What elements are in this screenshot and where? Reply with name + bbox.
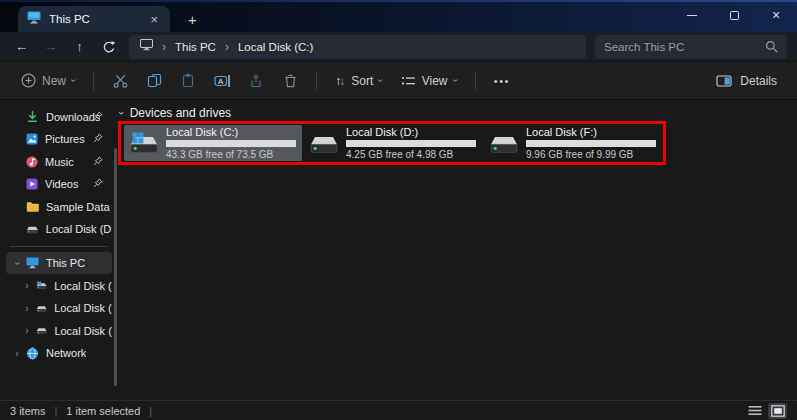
view-button[interactable]: View › [392, 67, 466, 95]
address-bar: ← → ↑ › This PC › Local Disk (C:) [0, 32, 797, 62]
sidebar-item-pictures[interactable]: Pictures [6, 128, 112, 150]
copy-icon [147, 73, 162, 88]
delete-button[interactable] [273, 67, 307, 95]
refresh-button[interactable] [95, 35, 122, 59]
details-pane-button[interactable]: Details [708, 67, 785, 95]
breadcrumb-local-disk-c[interactable]: Local Disk (C:) [238, 41, 313, 53]
share-icon [249, 74, 263, 88]
music-icon [26, 156, 38, 168]
maximize-button[interactable] [713, 0, 755, 30]
capacity-bar [166, 140, 296, 147]
drive-tile-local-disk-f[interactable]: Local Disk (F:) 9.96 GB free of 9.99 GB [484, 125, 662, 161]
sidebar-item-videos[interactable]: Videos [6, 173, 112, 195]
system-drive-icon [36, 280, 47, 291]
copy-button[interactable] [137, 67, 171, 95]
trash-icon [284, 74, 297, 88]
rename-button[interactable]: A [205, 67, 239, 95]
drive-capacity-text: 9.96 GB free of 9.99 GB [526, 149, 657, 160]
sidebar-item-this-pc[interactable]: › This PC [6, 252, 112, 274]
status-separator: | [149, 405, 152, 417]
minimize-button[interactable] [671, 0, 713, 30]
refresh-icon [102, 40, 116, 54]
sidebar-item-sample-data[interactable]: Sample Data [6, 196, 112, 218]
back-button[interactable]: ← [8, 35, 35, 59]
folder-view: › Devices and drives Local Disk (C:) 43.… [118, 100, 797, 400]
explorer-tab[interactable]: This PC × [18, 6, 170, 32]
file-explorer-window: This PC × + × ← → ↑ › This PC › Local Di… [0, 0, 797, 420]
drive-tile-local-disk-d[interactable]: Local Disk (D:) 4.25 GB free of 4.98 GB [304, 125, 482, 161]
pin-icon [93, 111, 103, 123]
chevron-right-icon[interactable]: › [12, 348, 22, 359]
share-button[interactable] [239, 67, 273, 95]
sidebar-item-label: Local Disk (F:) [54, 325, 112, 337]
chevron-right-icon[interactable]: › [22, 280, 32, 291]
drive-icon [489, 132, 519, 155]
status-separator: | [54, 405, 57, 417]
videos-icon [26, 178, 38, 190]
large-icons-view-button[interactable] [768, 403, 787, 419]
chevron-right-icon: › [162, 40, 166, 54]
pin-icon [93, 133, 103, 145]
drive-info: Local Disk (F:) 9.96 GB free of 9.99 GB [526, 126, 657, 160]
search-box[interactable] [595, 35, 787, 59]
sidebar-item-network[interactable]: › Network [6, 342, 112, 364]
selection-count: 1 item selected [66, 405, 140, 417]
devices-and-drives-group-header[interactable]: › Devices and drives [118, 105, 797, 120]
search-input[interactable] [604, 41, 765, 53]
paste-button[interactable] [171, 67, 205, 95]
navigation-pane: Downloads Pictures Music Videos Samp [0, 100, 118, 400]
drive-icon [36, 303, 47, 314]
chevron-down-icon: › [450, 79, 461, 82]
sidebar-item-music[interactable]: Music [6, 151, 112, 173]
more-options-button[interactable]: ••• [485, 67, 519, 95]
forward-button[interactable]: → [37, 35, 64, 59]
new-tab-button[interactable]: + [182, 11, 203, 28]
sidebar-item-local-disk-c[interactable]: › Local Disk (C:) [6, 275, 112, 297]
drive-name: Local Disk (F:) [526, 126, 657, 138]
chevron-down-icon: › [68, 79, 79, 82]
chevron-right-icon[interactable]: › [22, 325, 32, 336]
drive-icon [26, 224, 39, 235]
items-count: 3 items [10, 405, 45, 417]
up-button[interactable]: ↑ [66, 35, 93, 59]
details-view-button[interactable] [745, 403, 764, 419]
group-title: Devices and drives [130, 106, 231, 120]
breadcrumb-this-pc[interactable]: This PC [175, 41, 216, 53]
sort-button-label: Sort [351, 74, 373, 88]
new-button[interactable]: New › [12, 67, 84, 95]
tab-close-icon[interactable]: × [147, 12, 161, 27]
drives-row: Local Disk (C:) 43.3 GB free of 73.5 GB … [124, 125, 662, 161]
close-icon: × [772, 8, 780, 22]
new-button-label: New [42, 74, 66, 88]
chevron-right-icon[interactable]: › [22, 303, 32, 314]
title-bar: This PC × + × [0, 0, 797, 32]
toolbar-separator [93, 71, 94, 91]
sidebar-item-downloads[interactable]: Downloads [6, 106, 112, 128]
breadcrumb[interactable]: › This PC › Local Disk (C:) [129, 35, 586, 59]
sidebar-item-local-disk-d-pinned[interactable]: Local Disk (D:) [6, 218, 112, 240]
details-button-label: Details [740, 74, 777, 88]
drive-capacity-text: 4.25 GB free of 4.98 GB [346, 149, 477, 160]
drive-capacity-text: 43.3 GB free of 73.5 GB [166, 149, 297, 160]
chevron-down-icon[interactable]: › [12, 258, 23, 268]
capacity-bar [526, 140, 656, 147]
window-controls: × [671, 0, 797, 30]
drive-info: Local Disk (D:) 4.25 GB free of 4.98 GB [346, 126, 477, 160]
sidebar-item-local-disk-f[interactable]: › Local Disk (F:) [6, 320, 112, 342]
sidebar-item-local-disk-d[interactable]: › Local Disk (D:) [6, 297, 112, 319]
sort-button[interactable]: ↑↓ Sort › [326, 67, 391, 95]
view-button-label: View [422, 74, 448, 88]
sidebar-scrollbar[interactable] [114, 148, 117, 386]
capacity-bar [346, 140, 476, 147]
svg-text:A: A [218, 77, 224, 86]
sidebar-item-label: Local Disk (D:) [54, 302, 112, 314]
drive-tile-local-disk-c[interactable]: Local Disk (C:) 43.3 GB free of 73.5 GB [124, 125, 302, 161]
command-toolbar: New › A ↑↓ Sort › View › [0, 62, 797, 100]
network-icon [26, 347, 39, 360]
close-button[interactable]: × [755, 0, 797, 30]
chevron-down-icon: › [116, 111, 128, 115]
location-monitor-icon [140, 39, 153, 54]
chevron-down-icon: › [376, 79, 387, 82]
more-dots-icon: ••• [494, 75, 510, 87]
cut-button[interactable] [103, 67, 137, 95]
